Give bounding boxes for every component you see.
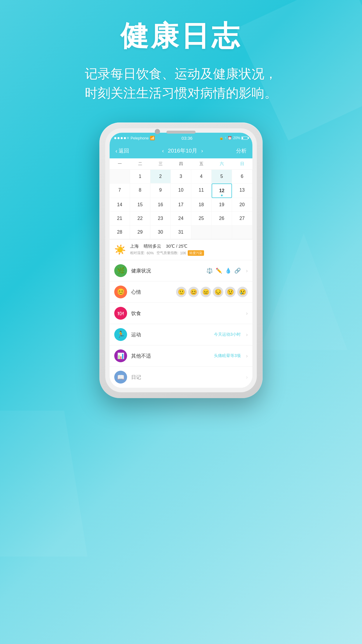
- mood-face-6[interactable]: 😢: [237, 287, 248, 297]
- weather-temp: 30℃ / 25℃: [166, 244, 187, 249]
- cal-day-10[interactable]: 10: [171, 183, 191, 198]
- exercise-arrow: [246, 332, 248, 338]
- mood-face-4[interactable]: 😔: [213, 287, 223, 297]
- lock-icon: 🔒: [219, 136, 224, 140]
- cal-day-2[interactable]: 2: [150, 170, 171, 183]
- cal-day-18[interactable]: 18: [191, 198, 212, 212]
- diary-row[interactable]: 📖 日记: [110, 367, 252, 388]
- cal-day-5[interactable]: 5: [212, 170, 232, 183]
- exercise-icon-circle: 🏃: [114, 328, 127, 341]
- cal-day-29[interactable]: 29: [130, 225, 150, 239]
- mood-faces: 🙂 😊 😐 😔 😟 😢: [176, 287, 248, 297]
- analysis-button[interactable]: 分析: [236, 147, 247, 154]
- cal-day-14[interactable]: 14: [110, 198, 130, 212]
- discomfort-label: 其他不适: [131, 353, 210, 359]
- phone-mockup: Pelephone 📶 03:36 🔒 ↑ ⏰ 20%: [99, 123, 263, 398]
- status-left: Pelephone 📶: [114, 136, 155, 140]
- mood-row: 😊 心情 🙂 😊 😐 😔 😟 😢: [110, 281, 252, 303]
- cal-day-4[interactable]: 4: [191, 170, 212, 183]
- mood-face-1[interactable]: 🙂: [176, 287, 187, 297]
- cal-day-23[interactable]: 23: [150, 212, 171, 225]
- signal-dot-5: [127, 137, 129, 139]
- diet-icon-circle: 🍽: [114, 307, 127, 320]
- cal-day-7[interactable]: 7: [110, 183, 130, 198]
- health-icon-circle: 🌿: [114, 264, 127, 277]
- calendar-week-1: 1 2 3 4 5 6: [110, 170, 252, 183]
- cal-day-9[interactable]: 9: [150, 183, 171, 198]
- back-label: 返回: [119, 147, 129, 154]
- health-label: 健康状况: [131, 267, 202, 274]
- cal-day-28[interactable]: 28: [110, 225, 130, 239]
- cal-day-empty-3: [212, 225, 232, 239]
- cal-day-8[interactable]: 8: [130, 183, 150, 198]
- cal-day-6[interactable]: 6: [232, 170, 252, 183]
- carrier-name: Pelephone: [131, 136, 149, 140]
- diet-label: 饮食: [131, 310, 241, 317]
- weekday-mon: 一: [110, 158, 130, 169]
- cal-day-16[interactable]: 16: [150, 198, 171, 212]
- cal-day-12[interactable]: 12: [212, 183, 232, 198]
- prev-month-button[interactable]: ‹: [162, 148, 164, 154]
- diary-label: 日记: [131, 374, 241, 381]
- exercise-label: 运动: [131, 331, 210, 338]
- health-icon-link[interactable]: 🔗: [234, 267, 241, 274]
- status-time: 03:36: [182, 136, 193, 141]
- back-arrow-icon: ‹: [115, 148, 117, 154]
- health-icon-pencil[interactable]: ✏️: [216, 267, 222, 274]
- month-title: 2016年10月: [168, 148, 197, 154]
- cal-day-11[interactable]: 11: [191, 183, 212, 198]
- diet-row[interactable]: 🍽 饮食: [110, 303, 252, 324]
- weather-aqi-label: 空气质量指数:: [155, 251, 178, 256]
- cal-day-22[interactable]: 22: [130, 212, 150, 225]
- weekday-wed: 三: [150, 158, 171, 169]
- phone-camera: [155, 129, 160, 134]
- mood-face-2[interactable]: 😊: [188, 287, 199, 297]
- bg-decoration-3: [260, 233, 347, 350]
- app-subtitle: 记录每日饮食、运动及健康状况， 时刻关注生活习惯对病情的影响。: [0, 64, 362, 103]
- weather-row: ☀️ 上海 晴转多云 30℃ / 25℃ 相对湿度:: [110, 239, 252, 260]
- calendar-week-3: 14 15 16 17 18 19 20: [110, 198, 252, 212]
- exercise-row[interactable]: 🏃 运动 今天运动3小时: [110, 324, 252, 345]
- mood-label: 心情: [131, 289, 172, 295]
- weather-info: 上海 晴转多云 30℃ / 25℃ 相对湿度: 60% 空气质量指数:: [130, 244, 248, 256]
- mood-face-5[interactable]: 😟: [225, 287, 236, 297]
- weather-humidity-label: 相对湿度:: [130, 251, 145, 256]
- wifi-icon: 📶: [150, 136, 155, 140]
- cal-day-dot: [221, 195, 223, 196]
- mood-icon-circle: 😊: [114, 286, 127, 298]
- next-month-button[interactable]: ›: [201, 148, 203, 154]
- cal-day-24[interactable]: 24: [171, 212, 191, 225]
- weather-icon: ☀️: [114, 244, 126, 255]
- cal-day-27[interactable]: 27: [232, 212, 252, 225]
- cal-day-17[interactable]: 17: [171, 198, 191, 212]
- back-button[interactable]: ‹ 返回: [115, 147, 129, 154]
- cal-day-1[interactable]: 1: [130, 170, 150, 183]
- cal-day-20[interactable]: 20: [232, 198, 252, 212]
- cal-day-3[interactable]: 3: [171, 170, 191, 183]
- cal-day-31[interactable]: 31: [171, 225, 191, 239]
- weekday-tue: 二: [130, 158, 150, 169]
- discomfort-icon-circle: 📊: [114, 349, 127, 362]
- cal-day-empty-1[interactable]: [110, 170, 130, 183]
- health-action-icons: ⚖️ ✏️ 💧 🔗: [206, 267, 241, 274]
- signal-dot-3: [121, 137, 123, 139]
- health-row[interactable]: 🌿 健康状况 ⚖️ ✏️ 💧 🔗: [110, 260, 252, 281]
- cal-day-13[interactable]: 13: [232, 183, 252, 198]
- diet-arrow: [246, 310, 248, 316]
- discomfort-row[interactable]: 📊 其他不适 头痛眩晕等3项: [110, 345, 252, 367]
- nav-bar: ‹ 返回 ‹ 2016年10月 › 分析: [110, 143, 252, 158]
- cal-day-15[interactable]: 15: [130, 198, 150, 212]
- health-icon-scale[interactable]: ⚖️: [206, 267, 213, 274]
- health-icon-drop[interactable]: 💧: [225, 267, 231, 274]
- battery-percent: 20%: [233, 136, 240, 140]
- calendar-weekdays: 一 二 三 四 五 六 日: [110, 158, 252, 170]
- calendar-week-2: 7 8 9 10 11 12 13: [110, 183, 252, 198]
- cal-day-30[interactable]: 30: [150, 225, 171, 239]
- mood-face-3[interactable]: 😐: [201, 287, 211, 297]
- cal-day-26[interactable]: 26: [212, 212, 232, 225]
- battery-fill: [242, 137, 243, 139]
- signal-dot-2: [117, 137, 120, 139]
- cal-day-19[interactable]: 19: [212, 198, 232, 212]
- cal-day-21[interactable]: 21: [110, 212, 130, 225]
- cal-day-25[interactable]: 25: [191, 212, 212, 225]
